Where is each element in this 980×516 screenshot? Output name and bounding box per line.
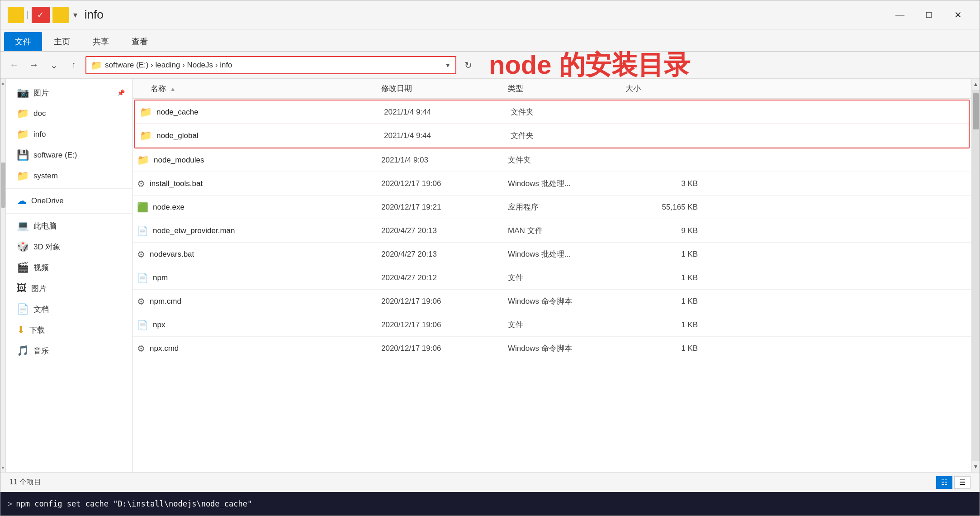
scrollbar-down[interactable]: ▼ xyxy=(972,461,980,472)
sidebar-item-system[interactable]: 📁 system xyxy=(6,166,132,186)
table-row[interactable]: ⚙ nodevars.bat 2020/4/27 20:13 Windows 批… xyxy=(133,243,971,266)
scrollbar-track[interactable] xyxy=(972,90,980,461)
file-name-cell: ⚙ nodevars.bat xyxy=(137,249,381,260)
table-row[interactable]: 🟩 node.exe 2020/12/17 19:21 应用程序 55,165 … xyxy=(133,196,971,219)
sidebar-icon-music: 🎵 xyxy=(17,345,29,357)
close-button[interactable]: ✕ xyxy=(943,6,972,24)
file-name: npx.cmd xyxy=(150,344,179,353)
folder-icon-small xyxy=(52,7,69,23)
sidebar-icon-3d: 🎲 xyxy=(17,241,29,253)
sidebar-label-pictures2: 图片 xyxy=(31,283,47,294)
sidebar-label-doc: doc xyxy=(33,109,46,118)
table-row[interactable]: 📄 npx 2020/12/17 19:06 文件 1 KB xyxy=(133,313,971,337)
up-button[interactable]: ↑ xyxy=(66,57,82,73)
sidebar-item-onedrive[interactable]: ☁ OneDrive xyxy=(6,191,132,211)
details-view-button[interactable]: ☰ xyxy=(954,476,971,489)
sidebar-scrollbar[interactable]: ▲ ▼ xyxy=(0,79,6,472)
folder-icon-yellow xyxy=(8,7,24,23)
scrollbar-up[interactable]: ▲ xyxy=(972,79,980,90)
table-row[interactable]: 📁 node_modules 2021/1/4 9:03 文件夹 xyxy=(133,148,971,172)
sidebar-item-3d[interactable]: 🎲 3D 对象 xyxy=(6,236,132,257)
table-row[interactable]: 📁 node_global 2021/1/4 9:44 文件夹 xyxy=(135,124,969,148)
maximize-button[interactable]: □ xyxy=(914,6,943,24)
table-row[interactable]: ⚙ npm.cmd 2020/12/17 19:06 Windows 命令脚本 … xyxy=(133,290,971,313)
file-name-cell: 📄 node_etw_provider.man xyxy=(137,225,381,236)
file-name: node_global xyxy=(156,131,199,140)
minimize-button[interactable]: — xyxy=(885,6,914,24)
tab-view[interactable]: 查看 xyxy=(121,32,159,51)
col-header-type[interactable]: 类型 xyxy=(508,83,625,94)
col-header-date[interactable]: 修改日期 xyxy=(381,83,508,94)
file-name: node_etw_provider.man xyxy=(153,226,235,235)
status-count: 11 个项目 xyxy=(9,478,41,487)
tab-share[interactable]: 共享 xyxy=(82,32,120,51)
file-name: install_tools.bat xyxy=(150,179,203,188)
address-dropdown-arrow[interactable]: ▼ xyxy=(445,62,451,69)
sidebar-item-software[interactable]: 💾 software (E:) xyxy=(6,145,132,166)
file-date: 2020/12/17 19:06 xyxy=(381,344,508,353)
sidebar-item-pictures-pinned[interactable]: 📷 图片 📌 xyxy=(6,82,132,103)
sidebar-label-thispc: 此电脑 xyxy=(33,221,57,231)
back-button[interactable]: ← xyxy=(6,57,22,73)
file-name-cell: 📄 npm xyxy=(137,272,381,283)
window-controls: — □ ✕ xyxy=(885,6,972,24)
right-scrollbar[interactable]: ▲ ▼ xyxy=(971,79,980,472)
sidebar-item-downloads[interactable]: ⬇ 下载 xyxy=(6,320,132,340)
file-name-cell: 📁 node_modules xyxy=(137,154,381,166)
tab-home[interactable]: 主页 xyxy=(43,32,81,51)
sidebar-item-video[interactable]: 🎬 视频 xyxy=(6,257,132,278)
sidebar-label-info: info xyxy=(33,130,46,139)
sidebar-label-software: software (E:) xyxy=(33,151,77,160)
col-header-name[interactable]: 名称 ▲ xyxy=(137,83,381,94)
sidebar-item-documents[interactable]: 📄 文档 xyxy=(6,299,132,320)
file-type: Windows 命令脚本 xyxy=(508,343,625,354)
file-type: Windows 命令脚本 xyxy=(508,296,625,306)
title-bar: | ✓ ▾ info — □ ✕ xyxy=(0,0,980,29)
dropdown-arrow[interactable]: ▾ xyxy=(73,10,77,20)
sidebar-item-pictures2[interactable]: 🖼 图片 xyxy=(6,278,132,299)
sidebar-item-music[interactable]: 🎵 音乐 xyxy=(6,340,132,361)
bat-icon: ⚙ xyxy=(137,178,145,189)
file-explorer-window: | ✓ ▾ info — □ ✕ 文件 主页 共享 查看 ← → ⌄ ↑ 📁 s… xyxy=(0,0,980,516)
sidebar-divider-2 xyxy=(6,213,132,214)
sidebar-icon-documents: 📄 xyxy=(17,303,29,315)
file-name: npm xyxy=(153,273,168,282)
sidebar-item-thispc[interactable]: 💻 此电脑 xyxy=(6,215,132,236)
file-date: 2020/12/17 19:06 xyxy=(381,297,508,306)
address-bar[interactable]: 📁 software (E:) › leading › NodeJs › inf… xyxy=(85,56,456,74)
file-name: npx xyxy=(153,320,165,330)
sidebar-label-video: 视频 xyxy=(33,263,49,273)
table-row[interactable]: ⚙ npx.cmd 2020/12/17 19:06 Windows 命令脚本 … xyxy=(133,337,971,360)
sidebar-label-3d: 3D 对象 xyxy=(33,242,61,252)
sidebar-icon-onedrive: ☁ xyxy=(17,195,27,207)
sidebar-label-pictures: 图片 xyxy=(33,88,49,98)
sidebar-item-info[interactable]: 📁 info xyxy=(6,124,132,145)
file-date: 2020/12/17 19:06 xyxy=(381,320,508,330)
sidebar-icon-downloads: ⬇ xyxy=(17,324,25,336)
address-row: ← → ⌄ ↑ 📁 software (E:) › leading › Node… xyxy=(0,52,980,79)
file-date: 2021/1/4 9:44 xyxy=(384,131,511,140)
table-row[interactable]: 📁 node_cache 2021/1/4 9:44 文件夹 xyxy=(135,100,969,124)
sidebar-divider-1 xyxy=(6,188,132,189)
main-area: ▲ ▼ 📷 图片 📌 📁 doc 📁 info 💾 sof xyxy=(0,79,980,472)
file-list: 📁 node_cache 2021/1/4 9:44 文件夹 📁 node_gl… xyxy=(133,99,971,472)
recent-button[interactable]: ⌄ xyxy=(46,57,62,73)
file-name-cell: ⚙ npm.cmd xyxy=(137,296,381,307)
tab-file[interactable]: 文件 xyxy=(4,32,42,51)
forward-button[interactable]: → xyxy=(26,57,42,73)
list-view-button[interactable]: ☷ xyxy=(936,476,952,489)
file-size: 1 KB xyxy=(625,250,707,259)
file-name-cell: 📁 node_global xyxy=(140,130,384,142)
folder-icon: 📁 xyxy=(137,154,149,166)
annotation-text: node 的安装目录 xyxy=(489,48,690,83)
table-row[interactable]: 📄 npm 2020/4/27 20:12 文件 1 KB xyxy=(133,266,971,290)
refresh-button[interactable]: ↻ xyxy=(460,57,476,73)
col-header-size[interactable]: 大小 xyxy=(625,83,707,94)
separator-pipe: | xyxy=(27,10,29,19)
table-row[interactable]: 📄 node_etw_provider.man 2020/4/27 20:13 … xyxy=(133,219,971,243)
table-row[interactable]: ⚙ install_tools.bat 2020/12/17 19:06 Win… xyxy=(133,172,971,196)
sidebar-label-system: system xyxy=(33,172,58,181)
file-type: Windows 批处理... xyxy=(508,249,625,259)
sidebar-item-doc[interactable]: 📁 doc xyxy=(6,103,132,124)
file-size: 1 KB xyxy=(625,273,707,282)
